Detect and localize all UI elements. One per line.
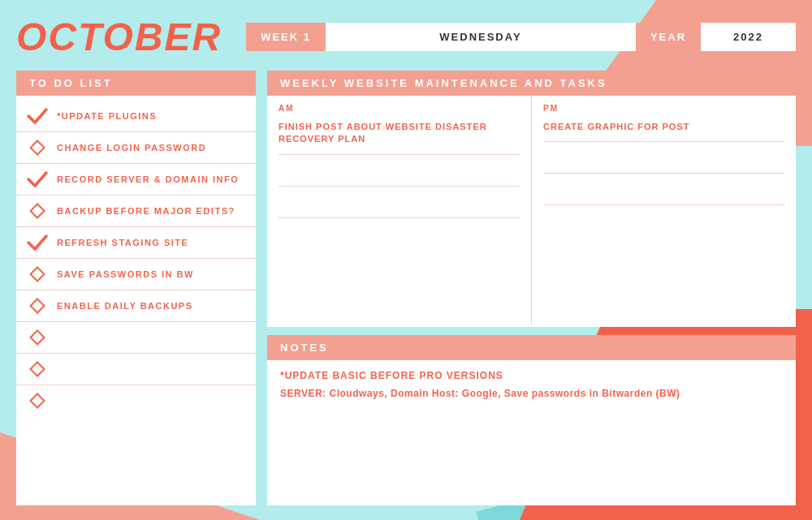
year-label: YEAR	[636, 23, 701, 51]
right-panel: WEEKLY WEBSITE MAINTENANCE AND TASKS AM …	[267, 71, 796, 505]
weekly-am-col: AM FINISH POST ABOUT WEBSITE DISASTER RE…	[267, 96, 532, 324]
day-value: WEDNESDAY	[326, 23, 636, 51]
main-container: OCTOBER WEEK 1 WEDNESDAY YEAR 2022 TO DO…	[0, 0, 812, 520]
pm-label: PM	[543, 104, 784, 113]
checkmark-icon	[24, 105, 50, 127]
month-title: OCTOBER	[16, 15, 222, 59]
notes-line1: *UPDATE BASIC BEFORE PRO VERSIONS	[280, 370, 783, 381]
diamond-icon	[24, 200, 50, 222]
notes-header: NOTES	[267, 335, 796, 360]
svg-rect-4	[31, 331, 45, 345]
todo-header: TO DO LIST	[16, 71, 256, 96]
list-item[interactable]	[16, 322, 256, 354]
todo-item-text: RECORD SERVER & DOMAIN INFO	[57, 174, 239, 184]
todo-item-text: REFRESH STAGING SITE	[57, 238, 188, 247]
notes-panel: NOTES *UPDATE BASIC BEFORE PRO VERSIONS …	[267, 335, 796, 505]
diamond-icon	[24, 136, 50, 159]
todo-item-text: SAVE PASSWORDS IN BW	[57, 269, 194, 279]
list-item[interactable]	[16, 385, 256, 416]
am-label: AM	[279, 104, 520, 113]
todo-list: *UPDATE PLUGINS CHANGE LOGIN PASSWORD	[16, 96, 256, 505]
year-value: 2022	[701, 23, 796, 51]
list-item[interactable]: CHANGE LOGIN PASSWORD	[16, 132, 256, 164]
svg-rect-1	[31, 204, 45, 218]
weekly-panel: WEEKLY WEBSITE MAINTENANCE AND TASKS AM …	[267, 71, 796, 327]
notes-server-rest: Cloudways, Domain Host: Google, Save pas…	[326, 388, 680, 399]
list-item[interactable]: ENABLE DAILY BACKUPS	[16, 290, 256, 322]
svg-rect-0	[31, 141, 45, 155]
list-item[interactable]: BACKUP BEFORE MAJOR EDITS?	[16, 196, 256, 227]
body-row: TO DO LIST *UPDATE PLUGINS	[16, 71, 796, 505]
checkmark-icon	[24, 168, 50, 191]
todo-item-text: BACKUP BEFORE MAJOR EDITS?	[57, 206, 235, 216]
todo-panel: TO DO LIST *UPDATE PLUGINS	[16, 71, 256, 505]
svg-rect-3	[31, 299, 45, 313]
list-item[interactable]	[16, 354, 256, 385]
weekly-pm-entry-3	[543, 182, 784, 205]
weekly-header: WEEKLY WEBSITE MAINTENANCE AND TASKS	[267, 71, 796, 96]
week-label: WEEK 1	[246, 23, 326, 51]
todo-item-text: CHANGE LOGIN PASSWORD	[57, 143, 206, 153]
list-item[interactable]: RECORD SERVER & DOMAIN INFO	[16, 164, 256, 196]
weekly-am-entry-3	[279, 195, 520, 218]
notes-line2: SERVER: Cloudways, Domain Host: Google, …	[280, 386, 783, 401]
diamond-icon	[24, 263, 50, 286]
header: OCTOBER WEEK 1 WEDNESDAY YEAR 2022	[16, 15, 796, 59]
list-item[interactable]: SAVE PASSWORDS IN BW	[16, 259, 256, 290]
svg-rect-6	[31, 394, 45, 408]
diamond-icon	[24, 326, 50, 349]
diamond-icon	[24, 389, 50, 412]
header-fields: WEEK 1 WEDNESDAY YEAR 2022	[246, 23, 796, 51]
weekly-am-entry-1: FINISH POST ABOUT WEBSITE DISASTER RECOV…	[279, 121, 520, 155]
list-item[interactable]: REFRESH STAGING SITE	[16, 227, 256, 259]
notes-server-bold: SERVER:	[280, 388, 326, 399]
weekly-pm-col: PM CREATE GRAPHIC FOR POST	[532, 96, 796, 324]
diamond-icon	[24, 294, 50, 317]
list-item[interactable]: *UPDATE PLUGINS	[16, 101, 256, 132]
weekly-am-entry-2	[279, 163, 520, 187]
diamond-icon	[24, 358, 50, 380]
weekly-pm-entry-2	[543, 150, 784, 174]
svg-rect-2	[31, 268, 45, 281]
todo-item-text: ENABLE DAILY BACKUPS	[57, 301, 193, 311]
notes-body: *UPDATE BASIC BEFORE PRO VERSIONS SERVER…	[267, 360, 796, 410]
weekly-body: AM FINISH POST ABOUT WEBSITE DISASTER RE…	[267, 96, 796, 324]
todo-item-text: *UPDATE PLUGINS	[57, 111, 157, 121]
weekly-pm-entry-1: CREATE GRAPHIC FOR POST	[543, 121, 784, 142]
checkmark-icon	[24, 231, 50, 254]
svg-rect-5	[31, 363, 45, 376]
